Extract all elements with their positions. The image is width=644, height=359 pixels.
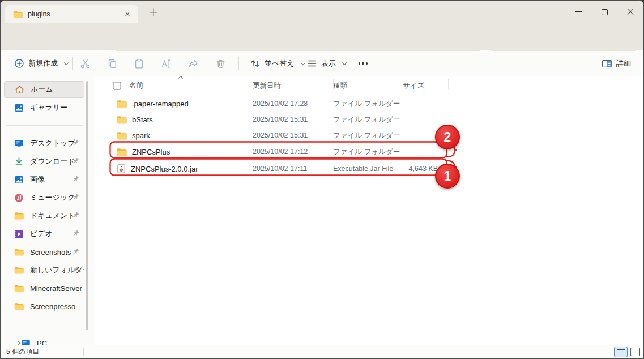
sidebar-item-label: ミュージック [30,193,75,203]
sidebar-item-screenpresso[interactable]: Screenpresso [4,298,84,315]
file-row-znpcsplus-jar[interactable]: ZNPCsPlus-2.0.0.jar 2025/10/02 17:11 Exe… [94,161,457,177]
copy-button [102,54,122,73]
file-type: ファイル フォルダー [333,115,403,125]
file-name: .paper-remapped [132,100,189,108]
sidebar-item-label: ドキュメント [30,211,75,221]
maximize-button[interactable] [591,1,617,23]
file-row-paper-remapped[interactable]: .paper-remapped 2025/10/02 17:28 ファイル フォ… [94,96,457,112]
sidebar-item-new-folder[interactable]: 新しいフォルダー ( [4,262,84,279]
sidebar-item-label: Screenpresso [30,302,75,311]
view-button-label: 表示 [321,58,336,69]
sidebar-item-label: ビデオ [30,229,53,239]
navigation-pane: ホーム ギャラリー デスクトップ ダウンロード 画像 ミュージック [1,76,94,345]
details-pane-button[interactable]: 詳細 [597,54,636,73]
column-header-type[interactable]: 種類 [333,81,403,91]
file-name: bStats [132,116,153,124]
paste-button [129,54,149,73]
column-headers: 名前 更新日時 種類 サイズ [94,78,457,93]
more-options-button[interactable] [353,54,373,73]
sidebar-item-label: Screenshots [30,248,71,257]
item-count: 5 個の項目 [6,347,39,357]
file-row-bstats[interactable]: bStats 2025/10/02 15:31 ファイル フォルダー [94,112,457,127]
copy-icon [107,58,118,69]
window-close-button[interactable] [617,1,643,23]
pin-icon [71,175,80,183]
share-icon [188,58,199,69]
file-explorer-window: plugins デスクトップ MinecraftServer [0,0,644,359]
sidebar-item-screenshots[interactable]: Screenshots [4,243,84,260]
file-modified: 2025/10/02 17:28 [253,100,333,108]
sort-button[interactable]: 並べ替え [245,54,309,73]
select-all-checkbox[interactable] [113,82,121,90]
column-header-name[interactable]: 名前 [129,81,143,91]
documents-folder-icon [14,212,24,220]
music-icon [14,193,24,203]
pin-icon [71,157,80,165]
details-view-toggle[interactable] [614,347,628,357]
pin-icon [71,229,80,238]
sidebar-item-home[interactable]: ホーム [4,81,84,98]
plus-circle-icon [14,58,24,69]
folder-icon [117,116,127,124]
folder-icon [117,100,127,108]
sort-ascending-icon [178,76,183,80]
file-name: ZNPCsPlus-2.0.0.jar [131,165,198,173]
trash-icon [215,58,226,69]
new-button[interactable]: 新規作成 [8,54,74,73]
sidebar-item-label: デスクトップ [30,138,75,148]
folder-icon [13,10,23,18]
view-button[interactable]: 表示 [302,54,351,73]
minimize-button[interactable] [565,1,591,23]
file-type: ファイル フォルダー [333,147,403,157]
sidebar-item-label: MinecraftServer [30,284,82,293]
sidebar-item-music[interactable]: ミュージック [4,189,84,206]
file-type: Executable Jar File [333,165,403,173]
folder-icon [117,131,127,140]
folder-icon [14,284,24,292]
sidebar-item-minecraftserver[interactable]: MinecraftServer [4,280,84,297]
tab-title: plugins [28,10,121,18]
column-header-size[interactable]: サイズ [403,81,448,91]
sidebar-item-gallery[interactable]: ギャラリー [4,99,84,116]
sidebar-item-label: 画像 [30,174,45,185]
column-header-modified[interactable]: 更新日時 [253,81,333,91]
file-modified: 2025/10/02 15:31 [253,131,333,139]
pin-icon [71,247,80,256]
new-tab-button[interactable] [147,6,160,19]
icons-view-toggle[interactable] [630,348,640,356]
new-button-label: 新規作成 [28,58,58,69]
sidebar-item-documents[interactable]: ドキュメント [4,207,84,224]
sidebar-scrollbar[interactable] [86,81,88,330]
pictures-icon [14,175,24,185]
tab-plugins[interactable]: plugins [5,5,138,23]
home-icon [15,85,24,95]
folder-icon [14,266,24,274]
navigation-bar: デスクトップ MinecraftServer plugins [1,23,643,50]
file-name: spark [132,131,150,140]
details-button-label: 詳細 [616,58,631,69]
file-row-znpcsplus-folder[interactable]: ZNPCsPlus 2025/10/02 17:12 ファイル フォルダー [94,144,457,160]
videos-icon [14,229,24,239]
pin-icon [71,266,80,274]
sort-button-label: 並べ替え [265,58,295,69]
file-row-spark[interactable]: spark 2025/10/02 15:31 ファイル フォルダー [94,127,457,143]
sidebar-item-pictures[interactable]: 画像 [4,171,84,188]
sidebar-item-downloads[interactable]: ダウンロード [4,153,84,170]
ellipsis-icon [359,62,368,65]
sidebar-item-label: ギャラリー [30,102,67,113]
sidebar-item-videos[interactable]: ビデオ [4,225,84,242]
details-pane-icon [602,58,612,69]
paste-icon [134,58,144,69]
status-bar: 5 個の項目 [1,345,643,358]
command-toolbar: 新規作成 並べ替え 表示 [1,51,643,76]
sidebar-item-label: ダウンロード [30,156,75,166]
sidebar-item-desktop[interactable]: デスクトップ [4,135,84,152]
tab-close-button[interactable] [121,8,134,20]
rename-icon [161,58,172,69]
title-bar: plugins [1,1,643,23]
gallery-icon [14,103,24,113]
delete-button [210,54,231,73]
pin-icon [71,193,80,202]
file-modified: 2025/10/02 17:12 [253,148,333,156]
folder-icon [14,248,24,256]
